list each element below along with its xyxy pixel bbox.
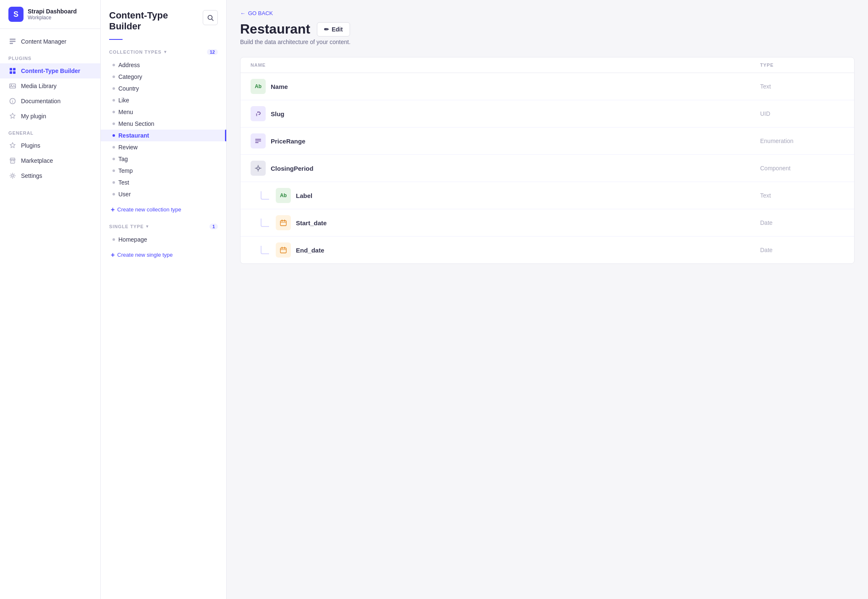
sidebar-item-label: Plugins [21, 142, 40, 149]
table-row: ClosingPeriod Component [241, 155, 854, 182]
sidebar-item-my-plugin[interactable]: My plugin [0, 109, 100, 124]
panel-divider [109, 39, 123, 40]
sidebar-item-media-library[interactable]: Media Library [0, 78, 100, 94]
field-type-label: Date [760, 247, 844, 253]
field-type-label: UID [760, 110, 844, 117]
documentation-icon: i [8, 97, 17, 105]
general-section-label: GENERAL [0, 124, 100, 138]
svg-rect-6 [13, 71, 16, 74]
chevron-down-icon: ▾ [164, 49, 167, 54]
field-type-icon: Ab [251, 79, 266, 94]
field-type-icon [276, 242, 291, 258]
bullet-icon [112, 169, 115, 172]
content-manager-icon [8, 37, 17, 46]
field-type-label: Text [760, 192, 844, 199]
bullet-icon [112, 122, 115, 125]
sidebar-item-content-type-builder[interactable]: Content-Type Builder [0, 63, 100, 78]
page-title: Restaurant [240, 21, 310, 37]
field-name-cell: Ab Label [261, 188, 760, 203]
collection-types-label: COLLECTION TYPES ▾ [109, 49, 167, 55]
app-title-block: Strapi Dashboard Workplace [28, 8, 77, 21]
bullet-icon [112, 87, 115, 90]
content-type-builder-icon [8, 67, 17, 75]
sidebar-nav: Content Manager PLUGINS Content-Type Bui… [0, 29, 100, 188]
sidebar-item-content-manager[interactable]: Content Manager [0, 34, 100, 49]
field-name-cell: End_date [261, 242, 760, 258]
app-name: Strapi Dashboard [28, 8, 77, 15]
field-type-icon [251, 106, 266, 121]
bullet-icon [112, 64, 115, 66]
field-name: PriceRange [271, 138, 306, 145]
edit-button[interactable]: ✏ Edit [317, 22, 350, 36]
table-row: Slug UID [241, 100, 854, 128]
list-item[interactable]: Country [101, 83, 226, 94]
list-item[interactable]: Category [101, 71, 226, 83]
list-item[interactable]: Menu Section [101, 118, 226, 130]
list-item[interactable]: Address [101, 59, 226, 71]
svg-rect-0 [10, 39, 16, 40]
collection-types-list: Address Category Country Like Menu Menu … [101, 57, 226, 203]
single-type-label: SINGLE TYPE ▾ [109, 224, 149, 229]
bullet-icon [112, 158, 115, 160]
sidebar-item-label: Media Library [21, 83, 57, 89]
sidebar-item-label: My plugin [21, 113, 46, 120]
nest-indent-icon [261, 191, 269, 200]
create-collection-type-link[interactable]: + Create new collection type [101, 203, 226, 216]
list-item[interactable]: User [101, 188, 226, 200]
field-name-cell: ClosingPeriod [251, 161, 760, 176]
sidebar-item-label: Documentation [21, 98, 60, 104]
sidebar-item-label: Content-Type Builder [21, 68, 80, 74]
field-type-label: Enumeration [760, 138, 844, 144]
search-button[interactable] [203, 10, 218, 25]
middle-panel: Content-TypeBuilder COLLECTION TYPES ▾ 1… [101, 0, 227, 599]
list-item[interactable]: Temp [101, 165, 226, 177]
field-name: Name [271, 83, 288, 90]
panel-title: Content-TypeBuilder [109, 10, 168, 32]
svg-point-8 [11, 85, 12, 86]
list-item[interactable]: Review [101, 141, 226, 153]
middle-header: Content-TypeBuilder [101, 0, 226, 39]
field-name-cell: Ab Name [251, 79, 760, 94]
sidebar-item-documentation[interactable]: i Documentation [0, 94, 100, 109]
svg-rect-15 [255, 139, 261, 140]
list-item[interactable]: Tag [101, 153, 226, 165]
media-library-icon [8, 82, 17, 90]
plugins-section-label: PLUGINS [0, 49, 100, 63]
field-type-label: Date [760, 219, 844, 226]
bullet-icon [112, 99, 115, 102]
sidebar-item-marketplace[interactable]: Marketplace [0, 153, 100, 168]
bullet-icon [112, 146, 115, 148]
field-name: ClosingPeriod [271, 165, 314, 172]
field-name: End_date [296, 247, 324, 254]
table-row: Start_date Date [241, 209, 854, 237]
sidebar-item-plugins[interactable]: Plugins [0, 138, 100, 153]
plus-icon: + [111, 251, 115, 259]
table-header-row: NAME TYPE [241, 57, 854, 73]
list-item[interactable]: Like [101, 94, 226, 106]
single-type-count: 1 [209, 224, 218, 229]
bullet-icon [112, 238, 115, 241]
list-item[interactable]: Menu [101, 106, 226, 118]
field-name: Slug [271, 110, 285, 117]
field-type-label: Text [760, 83, 844, 90]
chevron-down-icon: ▾ [146, 224, 149, 229]
go-back-link[interactable]: ← GO BACK [240, 10, 855, 16]
table-row: End_date Date [241, 237, 854, 263]
field-type-icon [251, 161, 266, 176]
create-single-type-link[interactable]: + Create new single type [101, 249, 226, 261]
sidebar-item-label: Content Manager [21, 38, 66, 45]
plugins-icon [8, 141, 17, 150]
sidebar-header: S Strapi Dashboard Workplace [0, 0, 100, 29]
field-name-cell: PriceRange [251, 133, 760, 148]
back-arrow-icon: ← [240, 10, 246, 16]
bullet-icon [112, 134, 115, 137]
svg-rect-19 [280, 221, 286, 226]
list-item-homepage[interactable]: Homepage [101, 234, 226, 245]
workspace-name: Workplace [28, 15, 77, 21]
list-item[interactable]: Test [101, 177, 226, 188]
svg-rect-4 [13, 68, 16, 70]
my-plugin-icon [8, 112, 17, 120]
table-row: Ab Name Text [241, 73, 854, 100]
sidebar-item-settings[interactable]: Settings [0, 168, 100, 183]
list-item-restaurant[interactable]: Restaurant [101, 130, 226, 141]
